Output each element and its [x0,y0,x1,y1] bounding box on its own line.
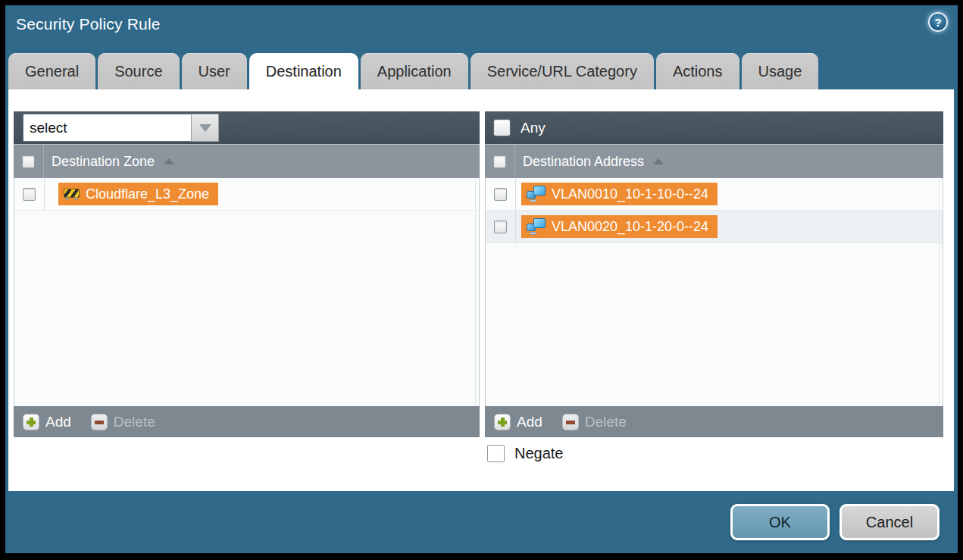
negate-checkbox[interactable] [487,445,505,462]
address-column-header: Destination Address [485,144,943,178]
address-row-checkbox[interactable] [494,221,507,233]
zone-panel-toolbar [14,111,480,144]
address-item[interactable]: VLAN0020_10-1-20-0--24 [521,215,718,238]
address-icon [527,186,546,202]
address-panel-footer: Add Delete [485,406,943,437]
help-icon[interactable]: ? [928,12,948,32]
chevron-down-icon [199,124,211,132]
tab-content-destination: Destination Zone Cloudflare_L3_Zone [8,89,954,491]
address-item-label: VLAN0010_10-1-10-0--24 [552,186,708,202]
plus-icon [23,414,39,430]
address-row-checkbox[interactable] [494,188,507,201]
zone-add-button[interactable]: Add [23,414,71,430]
zone-delete-button[interactable]: Delete [91,414,155,430]
help-icon-glyph: ? [934,16,941,29]
address-row: VLAN0010_10-1-10-0--24 [486,178,943,211]
any-checkbox[interactable] [494,120,510,136]
sort-ascending-icon[interactable] [164,158,174,164]
address-icon [527,218,546,235]
tab-user[interactable]: User [182,53,247,89]
any-label: Any [521,120,546,136]
address-item[interactable]: VLAN0010_10-1-10-0--24 [521,183,718,205]
negate-option: Negate [487,445,564,462]
zone-row-checkbox[interactable] [23,188,36,201]
negate-label: Negate [514,445,564,462]
zone-row: Cloudflare_L3_Zone [14,178,479,211]
plus-icon [494,414,511,430]
address-select-all-checkbox[interactable] [493,155,506,168]
zone-select-dropdown-button[interactable] [191,114,219,142]
tab-application[interactable]: Application [361,53,468,89]
zone-select-all-checkbox[interactable] [22,155,35,168]
tab-source[interactable]: Source [98,53,179,89]
zone-select-combobox [23,114,219,142]
address-item-label: VLAN0020_10-1-20-0--24 [552,219,708,235]
zone-item-label: Cloudflare_L3_Zone [86,186,209,202]
zone-list: Cloudflare_L3_Zone [14,178,480,406]
dialog-title: Security Policy Rule [16,15,161,33]
tab-general[interactable]: General [8,53,95,89]
address-list: VLAN0010_10-1-10-0--24 VLAN0020_10-1-20-… [485,178,943,406]
address-column-title: Destination Address [523,154,644,170]
zone-item[interactable]: Cloudflare_L3_Zone [58,183,218,205]
tab-usage[interactable]: Usage [742,53,819,89]
cancel-button[interactable]: Cancel [839,504,940,540]
zone-panel-footer: Add Delete [14,406,480,437]
zone-select-input[interactable] [23,114,191,142]
tab-destination[interactable]: Destination [249,53,358,89]
zone-column-header: Destination Zone [14,144,480,178]
zone-icon [64,189,80,198]
sort-ascending-icon[interactable] [653,158,664,164]
address-row: VLAN0020_10-1-20-0--24 [486,211,943,243]
tab-actions[interactable]: Actions [656,53,739,89]
minus-icon [91,414,108,430]
security-policy-rule-dialog: Security Policy Rule ? General Source Us… [5,5,958,553]
destination-zone-panel: Destination Zone Cloudflare_L3_Zone [14,111,480,437]
zone-column-title: Destination Zone [52,154,155,170]
tab-service-url-category[interactable]: Service/URL Category [471,53,654,89]
destination-address-panel: Any Destination Address [485,111,943,437]
ok-button[interactable]: OK [730,504,830,540]
address-delete-button[interactable]: Delete [562,414,627,430]
address-add-button[interactable]: Add [494,414,542,430]
tab-bar: General Source User Destination Applicat… [8,53,818,89]
minus-icon [562,414,579,430]
address-panel-toolbar: Any [485,111,943,144]
